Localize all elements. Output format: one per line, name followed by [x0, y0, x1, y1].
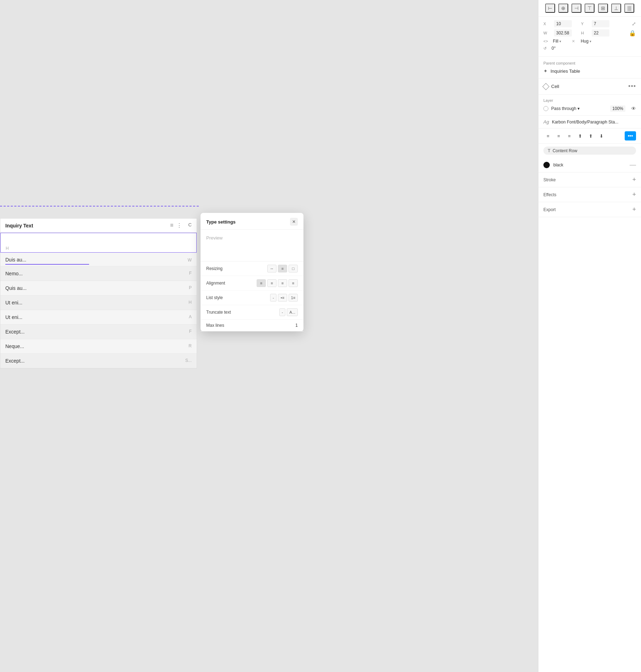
- typography-name[interactable]: Karbon Font/Body/Paragraph Sta...: [552, 120, 636, 125]
- layer-opacity-value[interactable]: 100%: [610, 105, 625, 112]
- table-row[interactable]: Nemo... F: [0, 266, 197, 281]
- angle-icon: ↺: [543, 46, 547, 51]
- resize-hug-btn[interactable]: □: [289, 265, 298, 272]
- wh-row: W 302.58 H 22 🔒: [543, 29, 636, 37]
- truncate-ellipsis-btn[interactable]: A...: [287, 308, 298, 316]
- x-value[interactable]: 10: [554, 20, 572, 27]
- component-icon: ✦: [543, 68, 548, 74]
- fill-section: black —: [538, 158, 641, 172]
- add-effect-btn[interactable]: +: [632, 191, 636, 198]
- row-text: Except...: [5, 358, 24, 364]
- list-style-label: List style: [206, 295, 223, 300]
- align-toolbar: ⊢ ⊕ ⊣ ⊤ ⊞ ⊥ |||: [538, 0, 641, 17]
- add-stroke-btn[interactable]: +: [632, 176, 636, 183]
- modal-title: Type settings: [206, 219, 236, 225]
- list-style-controls: - •≡ 1≡: [270, 294, 298, 302]
- align-bottom-btn[interactable]: ⊥: [611, 4, 621, 13]
- align-right-edge-btn[interactable]: ⊣: [571, 4, 581, 13]
- resizing-controls: ↔ ≡ □: [267, 265, 298, 272]
- typography-icon: Ag: [543, 119, 549, 125]
- max-lines-row: Max lines 1: [201, 320, 303, 331]
- row-text: Quis au...: [5, 285, 27, 291]
- table-title: Inquiry Text: [5, 223, 167, 228]
- text-align-left-btn[interactable]: ≡: [543, 132, 553, 140]
- hug-chevron-icon: ▾: [590, 39, 591, 43]
- align-left-btn[interactable]: ≡: [257, 279, 266, 287]
- modal-close-button[interactable]: ✕: [290, 218, 298, 226]
- resize-icon[interactable]: ⤢: [632, 21, 636, 27]
- component-name[interactable]: Inquiries Table: [550, 68, 580, 74]
- y-label: Y: [581, 22, 588, 26]
- export-label: Export: [543, 207, 556, 212]
- selected-row[interactable]: Sed ut... H: [0, 233, 197, 253]
- add-export-btn[interactable]: +: [632, 206, 636, 213]
- list-ordered-btn[interactable]: 1≡: [289, 294, 298, 302]
- parent-component-section: Parent component ✦ Inquiries Table: [538, 57, 641, 78]
- align-center-v-btn[interactable]: ⊞: [598, 4, 608, 13]
- remove-fill-btn[interactable]: —: [630, 161, 636, 169]
- fill-hug-row: <> Fill ▾ ✕ Hug ▾: [543, 39, 636, 44]
- text-align-bar: ≡ ≡ ≡ ⬆ ⬆ ⬇ •••: [538, 128, 641, 144]
- resize-fixed-btn[interactable]: ≡: [278, 265, 287, 272]
- cell-diamond-icon: [542, 83, 549, 90]
- fill-chevron-icon: ▾: [559, 39, 561, 43]
- align-justify-btn[interactable]: ≡: [289, 279, 298, 287]
- resizing-row: Resizing ↔ ≡ □: [201, 261, 303, 276]
- content-row-label: Content Row: [553, 148, 577, 153]
- visibility-icon[interactable]: 👁: [631, 106, 636, 111]
- lock-icon[interactable]: 🔒: [629, 30, 636, 37]
- more-icon[interactable]: ⋮: [176, 222, 182, 229]
- fill-color-name[interactable]: black: [553, 163, 626, 167]
- table-row[interactable]: Except... S...: [0, 354, 197, 368]
- layer-label: Layer: [543, 98, 636, 103]
- dashed-line: [0, 206, 199, 206]
- layer-mode-dropdown[interactable]: Pass through ▾: [551, 106, 580, 111]
- align-center-btn[interactable]: ≡: [267, 279, 276, 287]
- h-label: H: [581, 31, 588, 35]
- code-icon: <>: [543, 39, 548, 43]
- list-none-btn[interactable]: -: [270, 294, 276, 302]
- valign-center-btn[interactable]: ⬆: [586, 132, 595, 140]
- resize-auto-btn[interactable]: ↔: [267, 265, 276, 272]
- valign-bottom-btn[interactable]: ⬇: [597, 132, 606, 140]
- content-row-tag[interactable]: T Content Row: [543, 147, 636, 155]
- truncate-row: Truncate text - A...: [201, 305, 303, 320]
- table-row[interactable]: Ut eni... A: [0, 310, 197, 325]
- table-row[interactable]: Except... F: [0, 325, 197, 339]
- stroke-section: Stroke +: [538, 172, 641, 187]
- table-row[interactable]: Duis au... W: [0, 253, 197, 266]
- fill-color-swatch[interactable]: [543, 162, 550, 168]
- distribute-btn[interactable]: |||: [624, 4, 634, 13]
- fill-dropdown[interactable]: Fill ▾: [553, 39, 561, 44]
- align-center-h-btn[interactable]: ⊕: [558, 4, 568, 13]
- max-lines-value: 1: [295, 323, 298, 328]
- x-label: X: [543, 22, 550, 26]
- valign-top-btn[interactable]: ⬆: [575, 132, 585, 140]
- hug-dropdown[interactable]: Hug ▾: [581, 39, 591, 44]
- text-icon: T: [548, 148, 550, 153]
- h-value[interactable]: 22: [592, 29, 609, 37]
- align-top-btn[interactable]: ⊤: [585, 4, 595, 13]
- align-left-edge-btn[interactable]: ⊢: [545, 4, 555, 13]
- more-options-btn[interactable]: •••: [625, 131, 636, 141]
- angle-value[interactable]: 0°: [552, 46, 555, 51]
- list-bullet-btn[interactable]: •≡: [278, 294, 287, 302]
- cell-more-btn[interactable]: •••: [628, 83, 636, 90]
- table-row[interactable]: Quis au... P: [0, 281, 197, 296]
- table-row[interactable]: Ut eni... H: [0, 296, 197, 310]
- y-value[interactable]: 7: [592, 20, 609, 27]
- align-right-btn[interactable]: ≡: [278, 279, 287, 287]
- w-value[interactable]: 302.58: [554, 29, 572, 37]
- hamburger-icon[interactable]: ≡: [170, 222, 173, 229]
- resizing-label: Resizing: [206, 266, 223, 271]
- truncate-none-btn[interactable]: -: [279, 308, 286, 316]
- selected-row-input[interactable]: Sed ut...: [1, 233, 196, 246]
- type-settings-modal: Type settings ✕ Preview Resizing ↔ ≡ □ A…: [201, 213, 303, 331]
- table-row[interactable]: Neque... R: [0, 339, 197, 354]
- row-text: Except...: [5, 329, 24, 335]
- text-align-right-btn[interactable]: ≡: [565, 132, 574, 140]
- table-header: Inquiry Text ≡ ⋮ C: [0, 219, 197, 233]
- effects-section: Effects +: [538, 187, 641, 202]
- text-align-center-btn[interactable]: ≡: [554, 132, 563, 140]
- alignment-label: Alignment: [206, 281, 225, 286]
